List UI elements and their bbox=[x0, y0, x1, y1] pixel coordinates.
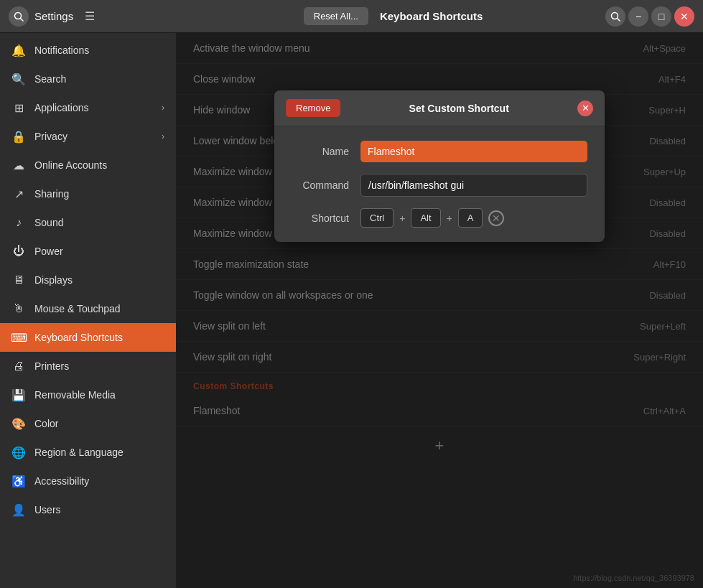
dialog-title: Set Custom Shortcut bbox=[409, 103, 509, 114]
sidebar-icon-accessibility: ♿ bbox=[11, 474, 26, 488]
search-button[interactable] bbox=[605, 6, 625, 27]
sidebar-item-applications[interactable]: ⊞ Applications › bbox=[0, 93, 176, 122]
sidebar-item-removable-media[interactable]: 💾 Removable Media bbox=[0, 381, 176, 409]
sidebar-label-online-accounts: Online Accounts bbox=[34, 159, 164, 171]
sidebar-label-printers: Printers bbox=[34, 360, 164, 372]
sidebar-item-privacy[interactable]: 🔒 Privacy › bbox=[0, 122, 176, 151]
minimize-button[interactable]: − bbox=[628, 6, 648, 27]
sidebar-item-sound[interactable]: ♪ Sound bbox=[0, 208, 176, 237]
sidebar-item-sharing[interactable]: ↗ Sharing bbox=[0, 179, 176, 208]
sidebar-item-users[interactable]: 👤 Users bbox=[0, 495, 176, 524]
titlebar-center: Reset All... Keyboard Shortcuts bbox=[181, 7, 605, 25]
sidebar-item-printers[interactable]: 🖨 Printers bbox=[0, 352, 176, 381]
sidebar-label-search: Search bbox=[34, 73, 164, 85]
sidebar-icon-notifications: 🔔 bbox=[11, 43, 26, 57]
sidebar-label-users: Users bbox=[34, 504, 164, 515]
remove-button[interactable]: Remove bbox=[286, 99, 340, 117]
reset-all-button[interactable]: Reset All... bbox=[304, 7, 368, 25]
command-field-row: Command bbox=[292, 174, 587, 197]
dialog-close-button[interactable]: ✕ bbox=[577, 101, 593, 116]
app-title: Settings bbox=[34, 10, 73, 22]
sidebar-icon-removable-media: 💾 bbox=[11, 388, 26, 402]
sidebar-icon-color: 🎨 bbox=[11, 416, 26, 431]
sidebar-label-keyboard-shortcuts: Keyboard Shortcuts bbox=[34, 332, 164, 343]
sidebar-item-power[interactable]: ⏻ Power bbox=[0, 237, 176, 266]
sidebar-icon-displays: 🖥 bbox=[11, 273, 26, 287]
sidebar-item-accessibility[interactable]: ♿ Accessibility bbox=[0, 467, 176, 495]
key-a: A bbox=[458, 208, 483, 228]
close-icon: ✕ bbox=[582, 103, 590, 113]
sidebar-icon-power: ⏻ bbox=[11, 244, 26, 258]
sidebar-label-region-language: Region & Language bbox=[34, 447, 164, 458]
content-area: Activate the window menu Alt+Space Close… bbox=[176, 33, 703, 588]
sidebar-icon-sharing: ↗ bbox=[11, 187, 26, 201]
titlebar: Settings ☰ Reset All... Keyboard Shortcu… bbox=[0, 0, 703, 33]
sidebar-label-notifications: Notifications bbox=[34, 45, 164, 56]
key-ctrl: Ctrl bbox=[360, 208, 394, 228]
sidebar-item-keyboard-shortcuts[interactable]: ⌨ Keyboard Shortcuts bbox=[0, 323, 176, 352]
svg-line-1 bbox=[21, 18, 24, 21]
sidebar-icon-applications: ⊞ bbox=[11, 101, 26, 115]
chevron-icon-privacy: › bbox=[162, 131, 164, 141]
sidebar-label-sound: Sound bbox=[34, 217, 164, 228]
sidebar-icon-online-accounts: ☁ bbox=[11, 158, 26, 172]
name-field-row: Name bbox=[292, 141, 587, 162]
sidebar-icon-sound: ♪ bbox=[11, 215, 26, 230]
sidebar-icon-printers: 🖨 bbox=[11, 359, 26, 373]
sidebar-label-accessibility: Accessibility bbox=[34, 475, 164, 487]
name-label: Name bbox=[292, 146, 349, 157]
maximize-button[interactable]: □ bbox=[651, 6, 671, 27]
sidebar-label-power: Power bbox=[34, 246, 164, 257]
sidebar-label-removable-media: Removable Media bbox=[34, 389, 164, 401]
sidebar-label-color: Color bbox=[34, 418, 164, 429]
sidebar-label-displays: Displays bbox=[34, 274, 164, 286]
chevron-icon-applications: › bbox=[162, 103, 164, 113]
command-input[interactable] bbox=[360, 174, 587, 197]
custom-shortcut-dialog: Remove Set Custom Shortcut ✕ Name Comman… bbox=[274, 90, 605, 242]
svg-line-3 bbox=[618, 18, 620, 21]
sidebar-item-search[interactable]: 🔍 Search bbox=[0, 65, 176, 93]
dialog-overlay: Remove Set Custom Shortcut ✕ Name Comman… bbox=[176, 33, 703, 588]
titlebar-search-button[interactable] bbox=[9, 6, 29, 27]
shortcut-keys-container: Ctrl + Alt + A ✕ bbox=[360, 208, 504, 228]
dialog-body: Name Command Shortcut Ctrl + Alt + bbox=[274, 126, 605, 242]
sidebar-item-mouse-touchpad[interactable]: 🖱 Mouse & Touchpad bbox=[0, 294, 176, 323]
sidebar-icon-mouse-touchpad: 🖱 bbox=[11, 302, 26, 316]
name-input[interactable] bbox=[360, 141, 587, 162]
sidebar-label-applications: Applications bbox=[34, 102, 153, 113]
titlebar-right: − □ ✕ bbox=[605, 6, 694, 27]
sidebar-item-region-language[interactable]: 🌐 Region & Language bbox=[0, 438, 176, 467]
menu-button[interactable]: ☰ bbox=[79, 6, 101, 27]
dialog-header: Remove Set Custom Shortcut ✕ bbox=[274, 90, 605, 126]
shortcut-label: Shortcut bbox=[292, 213, 349, 224]
sidebar-item-online-accounts[interactable]: ☁ Online Accounts bbox=[0, 151, 176, 179]
sidebar-item-color[interactable]: 🎨 Color bbox=[0, 409, 176, 438]
sidebar: 🔔 Notifications 🔍 Search ⊞ Applications … bbox=[0, 33, 176, 588]
main-layout: 🔔 Notifications 🔍 Search ⊞ Applications … bbox=[0, 33, 703, 588]
sidebar-icon-region-language: 🌐 bbox=[11, 445, 26, 459]
close-button[interactable]: ✕ bbox=[674, 6, 694, 27]
sidebar-item-displays[interactable]: 🖥 Displays bbox=[0, 266, 176, 294]
key-alt: Alt bbox=[411, 208, 440, 228]
sidebar-icon-keyboard-shortcuts: ⌨ bbox=[11, 330, 26, 345]
sidebar-label-mouse-touchpad: Mouse & Touchpad bbox=[34, 303, 164, 314]
clear-shortcut-button[interactable]: ✕ bbox=[488, 210, 504, 226]
sidebar-icon-privacy: 🔒 bbox=[11, 129, 26, 144]
plus-icon-1: + bbox=[399, 213, 405, 224]
sidebar-icon-users: 👤 bbox=[11, 503, 26, 517]
shortcut-field-row: Shortcut Ctrl + Alt + A ✕ bbox=[292, 208, 587, 228]
command-label: Command bbox=[292, 179, 349, 191]
sidebar-label-sharing: Sharing bbox=[34, 188, 164, 200]
sidebar-label-privacy: Privacy bbox=[34, 131, 153, 142]
titlebar-left: Settings ☰ bbox=[9, 6, 181, 27]
sidebar-icon-search: 🔍 bbox=[11, 72, 26, 86]
page-title: Keyboard Shortcuts bbox=[380, 10, 483, 22]
sidebar-item-notifications[interactable]: 🔔 Notifications bbox=[0, 36, 176, 65]
plus-icon-2: + bbox=[447, 213, 452, 224]
